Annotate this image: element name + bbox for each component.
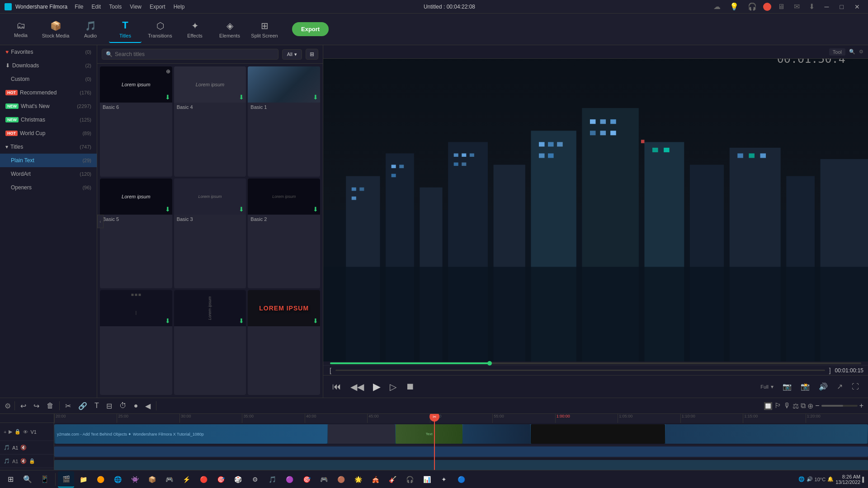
taskbar-app-21[interactable]: ✦ [436, 471, 452, 488]
monitor-icon[interactable]: 🖥 [775, 2, 788, 12]
skip-back-btn[interactable]: ⏮ [332, 381, 341, 392]
menu-view[interactable]: View [126, 3, 145, 11]
title-card-basic1[interactable]: ⬇ Basic 1 [248, 66, 320, 177]
taskbar-app-20[interactable]: 📊 [419, 471, 435, 488]
preview-settings[interactable]: ⚙ [859, 49, 863, 55]
bulb-icon[interactable]: 💡 [727, 1, 741, 12]
toolbar-effects[interactable]: ✦ Effects [179, 16, 211, 43]
zoom-out-btn[interactable]: − [815, 402, 819, 410]
taskbar-app-11[interactable]: 🎵 [264, 471, 280, 488]
taskbar-chrome[interactable]: 🌐 [109, 471, 126, 488]
track-play-icon[interactable]: ▶ [9, 429, 12, 435]
taskbar-filmora[interactable]: 🎬 [58, 471, 74, 488]
toolbar-stock[interactable]: 📦 Stock Media [39, 16, 72, 43]
menu-tools[interactable]: Tools [105, 3, 125, 11]
settings-icon[interactable]: ⚙ [5, 402, 11, 410]
taskbar-task-view[interactable]: 📱 [37, 471, 53, 488]
taskbar-app-16[interactable]: 🌟 [350, 471, 366, 488]
filter-dropdown[interactable]: All ▾ [282, 49, 302, 60]
clip-3[interactable] [463, 424, 530, 444]
taskbar-app-6[interactable]: ⚡ [178, 471, 194, 488]
title-card-7[interactable]: | ⬇ [100, 290, 172, 395]
step-back-btn[interactable]: ◀◀ [350, 381, 364, 392]
taskbar-app-game[interactable]: 👾 [127, 471, 143, 488]
track-lock-icon[interactable]: 🔒 [14, 429, 21, 435]
split2-icon[interactable]: ⧉ [801, 402, 806, 410]
taskbar-app-red[interactable]: 🎮 [161, 471, 177, 488]
timeline-scrubber-bar[interactable] [330, 362, 861, 364]
taskbar-app-orange[interactable]: 🟠 [92, 471, 108, 488]
sidebar-item-worldcup[interactable]: HOT World Cup (89) [0, 127, 97, 140]
menu-export[interactable]: Export [146, 3, 169, 11]
preview-util-1[interactable]: Tool [829, 48, 845, 56]
preview-search[interactable]: 🔍 [849, 49, 855, 55]
markers-btn[interactable]: ◀ [143, 401, 152, 411]
search-input[interactable] [115, 51, 274, 57]
cut-btn[interactable]: ✂ [63, 401, 73, 411]
play-btn[interactable]: ▶ [373, 381, 381, 393]
show-desktop-btn[interactable]: ▌ [862, 477, 866, 482]
title-card-8[interactable]: Lorem ipsum ⬇ [174, 290, 246, 395]
markers2-icon[interactable]: 🏳 [774, 402, 782, 410]
sidebar-item-titles[interactable]: ▾ Titles (747) [0, 140, 97, 154]
taskbar-app-14[interactable]: 🎮 [316, 471, 332, 488]
minimize-btn[interactable]: ─ [821, 2, 833, 11]
clip-1[interactable]: y2mate.com - Add Text Behind Objects ✦ W… [55, 424, 327, 444]
snap-icon[interactable]: 🔲 [764, 402, 773, 410]
title-card-9[interactable]: LOREM IPSUM ⬇ [248, 290, 320, 395]
toolbar-transitions[interactable]: ⬡ Transitions [144, 16, 176, 43]
delete-btn[interactable]: 🗑 [45, 401, 56, 411]
volume-taskbar-icon[interactable]: 🔊 [807, 476, 813, 482]
sidebar-item-custom[interactable]: Custom (0) [0, 72, 97, 86]
sidebar-item-plaintext[interactable]: Plain Text (29) [0, 154, 97, 167]
taskbar-app-8[interactable]: 🎯 [212, 471, 229, 488]
taskbar-app-12[interactable]: 🟣 [281, 471, 297, 488]
title-card-basic2[interactable]: Lorem ipsum ⬇ Basic 2 [248, 178, 320, 289]
record-btn[interactable]: ● [132, 401, 140, 411]
copy-btn[interactable]: 🔗 [76, 401, 89, 411]
taskbar-app-22[interactable]: 🔵 [453, 471, 469, 488]
crop-btn[interactable]: ⊟ [104, 401, 114, 411]
windows-start-btn[interactable]: ⊞ [2, 471, 19, 488]
title-card-basic5[interactable]: Lorem ipsum ⬇ Basic 5 [100, 178, 172, 289]
toolbar-audio[interactable]: 🎵 Audio [74, 16, 107, 43]
taskbar-app-9[interactable]: 🎲 [230, 471, 246, 488]
mix-icon[interactable]: ⚖ [793, 402, 799, 410]
taskbar-app-7[interactable]: 🔴 [195, 471, 212, 488]
clip-4[interactable] [665, 424, 867, 444]
close-btn[interactable]: ✕ [851, 2, 863, 11]
track-a1-mute[interactable]: 🔇 [20, 445, 27, 450]
maximize-btn[interactable]: □ [836, 2, 847, 11]
clip-2[interactable]: Text [396, 424, 463, 444]
undo-btn[interactable]: ↩ [19, 401, 28, 411]
track-a2-mute[interactable]: 🔇 [20, 458, 27, 464]
sidebar-item-favorites[interactable]: ♥ Favorites (0) [0, 45, 97, 59]
taskbar-app-13[interactable]: 🎯 [298, 471, 315, 488]
taskbar-app-15[interactable]: 🟤 [333, 471, 349, 488]
taskbar-app-10[interactable]: ⚙ [247, 471, 263, 488]
camera-btn[interactable]: 📸 [801, 382, 810, 391]
taskbar-clock[interactable]: 8:26 AM 13/12/2022 [835, 474, 860, 485]
sidebar-item-recommended[interactable]: HOT Recommended (176) [0, 86, 97, 99]
track-a2-lock[interactable]: 🔒 [29, 458, 35, 464]
sidebar-item-wordart[interactable]: WordArt (120) [0, 167, 97, 181]
toolbar-media[interactable]: 🗂 Media [5, 16, 37, 43]
text-btn[interactable]: T [93, 401, 101, 411]
zoom-in-btn[interactable]: + [859, 402, 863, 410]
fullscreen-btn[interactable]: ⛶ [852, 383, 859, 391]
taskbar-app-19[interactable]: 🎧 [401, 471, 418, 488]
screenshot-btn[interactable]: 📷 [783, 382, 792, 391]
headset-icon[interactable]: 🎧 [745, 1, 760, 12]
track-add-icon[interactable]: + [4, 429, 6, 435]
plus-icon[interactable]: ⊕ [807, 402, 813, 410]
download-nav-icon[interactable]: ⬇ [806, 1, 817, 12]
clip-black[interactable] [531, 424, 665, 444]
title-card-basic4[interactable]: Lorem ipsum ⬇ Basic 4 [174, 66, 246, 177]
taskbar-search[interactable]: 🔍 [19, 471, 36, 488]
toolbar-titles[interactable]: T Titles [109, 16, 142, 43]
title-card-basic3[interactable]: Lorem ipsum ⬇ Basic 3 [174, 178, 246, 289]
user-avatar[interactable] [763, 3, 771, 11]
menu-file[interactable]: File [71, 3, 87, 11]
redo-btn[interactable]: ↪ [32, 401, 41, 411]
sidebar-collapse-btn[interactable]: ‹ [97, 215, 104, 228]
